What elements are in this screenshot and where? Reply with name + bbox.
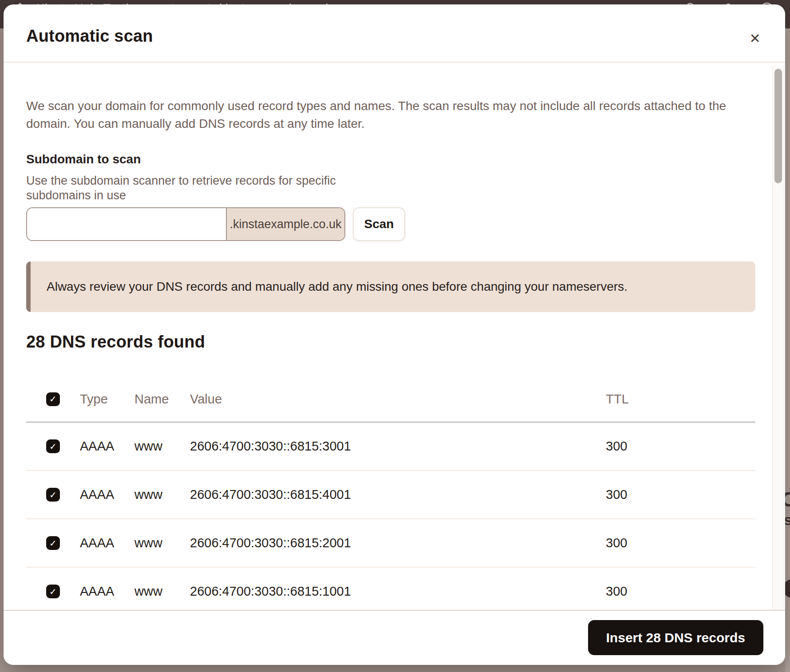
record-value: 2606:4700:3030::6815:4001	[190, 487, 606, 502]
record-name: www	[134, 487, 190, 502]
record-value: 2606:4700:3030::6815:2001	[190, 536, 606, 550]
row-checkbox[interactable]: ✓	[46, 439, 60, 453]
record-name: www	[134, 536, 190, 550]
table-row: ✓ AAAA www 2606:4700:3030::6815:3001 300	[26, 423, 755, 471]
subdomain-help-text: Use the subdomain scanner to retrieve re…	[26, 174, 377, 203]
close-icon[interactable]: ✕	[745, 28, 765, 48]
dialog-header: Automatic scan ✕	[4, 4, 785, 63]
table-header-row: ✓ Type Name Value TTL	[26, 376, 755, 423]
scrollbar-track[interactable]	[772, 65, 784, 610]
row-checkbox[interactable]: ✓	[46, 488, 60, 502]
select-all-checkbox[interactable]: ✓	[46, 392, 60, 406]
column-header-value: Value	[190, 392, 606, 407]
automatic-scan-dialog: Automatic scan ✕ We scan your domain for…	[4, 4, 785, 665]
scan-button[interactable]: Scan	[353, 207, 405, 241]
table-row: ✓ AAAA www 2606:4700:3030::6815:2001 300	[26, 519, 755, 568]
column-header-type: Type	[80, 392, 134, 407]
record-type: AAAA	[80, 536, 134, 550]
table-row: ✓ AAAA www 2606:4700:3030::6815:1001 300	[26, 568, 755, 610]
column-header-name: Name	[134, 392, 190, 407]
subdomain-input[interactable]	[27, 208, 226, 240]
record-ttl: 300	[606, 487, 755, 502]
table-body: ✓ AAAA www 2606:4700:3030::6815:3001 300	[26, 423, 755, 610]
record-ttl: 300	[606, 536, 755, 550]
record-ttl: 300	[606, 439, 755, 454]
check-icon: ✓	[49, 441, 57, 452]
column-header-ttl: TTL	[606, 392, 755, 407]
warning-banner: Always review your DNS records and manua…	[26, 261, 755, 312]
dialog-title: Automatic scan	[26, 27, 153, 46]
warning-text: Always review your DNS records and manua…	[47, 278, 628, 295]
dialog-body: We scan your domain for commonly used re…	[4, 63, 785, 610]
table-row: ✓ AAAA www 2606:4700:3030::6815:4001 300	[26, 471, 755, 519]
backdrop-right-strip	[785, 28, 790, 672]
record-value: 2606:4700:3030::6815:1001	[190, 584, 606, 599]
check-icon: ✓	[49, 394, 57, 404]
row-checkbox[interactable]: ✓	[46, 536, 60, 550]
check-icon: ✓	[49, 586, 57, 597]
subdomain-input-row: .kinstaexample.co.uk Scan	[26, 207, 755, 241]
scan-description: We scan your domain for commonly used re…	[26, 97, 755, 133]
record-name: www	[134, 584, 190, 599]
check-icon: ✓	[49, 490, 57, 500]
record-type: AAAA	[80, 439, 134, 454]
dialog-footer: Insert 28 DNS records	[4, 610, 785, 665]
subdomain-label: Subdomain to scan	[26, 152, 755, 166]
subdomain-input-group: .kinstaexample.co.uk	[26, 207, 345, 241]
records-found-heading: 28 DNS records found	[26, 332, 755, 352]
insert-dns-records-button[interactable]: Insert 28 DNS records	[588, 620, 763, 655]
scrollbar-thumb[interactable]	[774, 69, 782, 183]
record-value: 2606:4700:3030::6815:3001	[190, 439, 606, 454]
record-ttl: 300	[606, 584, 755, 599]
record-name: www	[134, 439, 190, 454]
domain-suffix: .kinstaexample.co.uk	[226, 208, 344, 240]
dns-records-table: ✓ Type Name Value TTL ✓	[26, 376, 755, 610]
record-type: AAAA	[80, 584, 134, 599]
check-icon: ✓	[49, 538, 57, 549]
record-type: AAAA	[80, 487, 134, 502]
page: { "backdrop": { "topbar": { "crumb1": "K…	[0, 0, 790, 672]
row-checkbox[interactable]: ✓	[46, 585, 60, 598]
